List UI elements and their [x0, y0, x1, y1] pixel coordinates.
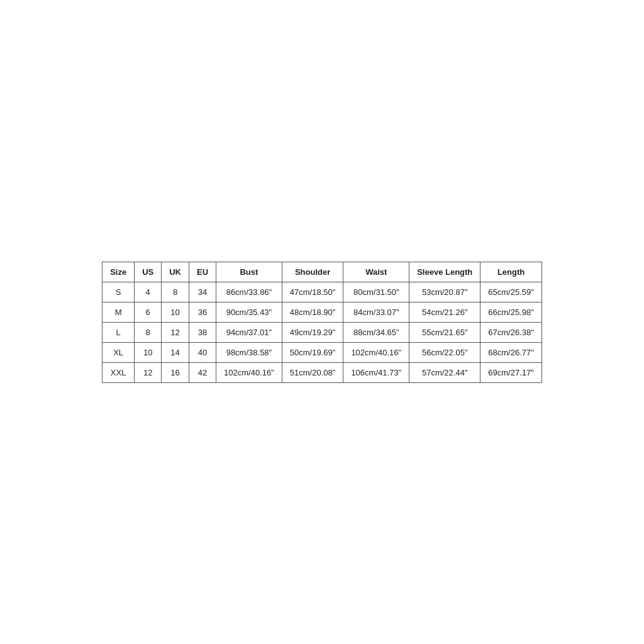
- cell-us: 10: [135, 342, 162, 362]
- cell-waist: 88cm/34.65": [343, 322, 409, 342]
- cell-bust: 90cm/35.43": [216, 302, 282, 322]
- cell-eu: 38: [189, 322, 216, 342]
- table-row: XL10144098cm/38.58"50cm/19.69"102cm/40.1…: [103, 342, 542, 362]
- cell-size: XL: [103, 342, 135, 362]
- cell-shoulder: 48cm/18.90": [282, 302, 343, 322]
- cell-bust: 102cm/40.16": [216, 362, 282, 382]
- cell-us: 8: [135, 322, 162, 342]
- cell-shoulder: 49cm/19.29": [282, 322, 343, 342]
- cell-sleeve_length: 57cm/22.44": [409, 362, 480, 382]
- cell-shoulder: 51cm/20.08": [282, 362, 343, 382]
- cell-sleeve_length: 54cm/21.26": [409, 302, 480, 322]
- cell-length: 68cm/26.77": [480, 342, 542, 362]
- cell-us: 4: [135, 282, 162, 302]
- table-row: XXL121642102cm/40.16"51cm/20.08"106cm/41…: [103, 362, 542, 382]
- cell-waist: 84cm/33.07": [343, 302, 409, 322]
- cell-eu: 40: [189, 342, 216, 362]
- table-row: L8123894cm/37.01"49cm/19.29"88cm/34.65"5…: [103, 322, 542, 342]
- header-shoulder: Shoulder: [282, 262, 343, 282]
- cell-shoulder: 50cm/19.69": [282, 342, 343, 362]
- cell-sleeve_length: 55cm/21.65": [409, 322, 480, 342]
- header-eu: EU: [189, 262, 216, 282]
- cell-waist: 102cm/40.16": [343, 342, 409, 362]
- header-size: Size: [103, 262, 135, 282]
- cell-sleeve_length: 53cm/20.87": [409, 282, 480, 302]
- header-uk: UK: [162, 262, 189, 282]
- cell-bust: 94cm/37.01": [216, 322, 282, 342]
- cell-uk: 12: [162, 322, 189, 342]
- cell-length: 66cm/25.98": [480, 302, 542, 322]
- cell-eu: 36: [189, 302, 216, 322]
- cell-length: 65cm/25.59": [480, 282, 542, 302]
- cell-size: S: [103, 282, 135, 302]
- cell-size: L: [103, 322, 135, 342]
- size-chart-container: Size US UK EU Bust Shoulder Waist Sleeve…: [102, 262, 542, 383]
- header-length: Length: [480, 262, 542, 282]
- table-header-row: Size US UK EU Bust Shoulder Waist Sleeve…: [103, 262, 542, 282]
- header-bust: Bust: [216, 262, 282, 282]
- table-row: M6103690cm/35.43"48cm/18.90"84cm/33.07"5…: [103, 302, 542, 322]
- header-waist: Waist: [343, 262, 409, 282]
- header-sleeve-length: Sleeve Length: [409, 262, 480, 282]
- cell-bust: 98cm/38.58": [216, 342, 282, 362]
- cell-bust: 86cm/33.86": [216, 282, 282, 302]
- cell-waist: 106cm/41.73": [343, 362, 409, 382]
- cell-uk: 10: [162, 302, 189, 322]
- cell-waist: 80cm/31.50": [343, 282, 409, 302]
- cell-length: 67cm/26.38": [480, 322, 542, 342]
- cell-size: XXL: [103, 362, 135, 382]
- size-chart-table: Size US UK EU Bust Shoulder Waist Sleeve…: [102, 262, 542, 383]
- cell-sleeve_length: 56cm/22.05": [409, 342, 480, 362]
- cell-us: 12: [135, 362, 162, 382]
- cell-eu: 42: [189, 362, 216, 382]
- cell-eu: 34: [189, 282, 216, 302]
- cell-uk: 16: [162, 362, 189, 382]
- header-us: US: [135, 262, 162, 282]
- cell-shoulder: 47cm/18.50": [282, 282, 343, 302]
- cell-uk: 14: [162, 342, 189, 362]
- cell-us: 6: [135, 302, 162, 322]
- cell-size: M: [103, 302, 135, 322]
- table-row: S483486cm/33.86"47cm/18.50"80cm/31.50"53…: [103, 282, 542, 302]
- cell-uk: 8: [162, 282, 189, 302]
- cell-length: 69cm/27.17": [480, 362, 542, 382]
